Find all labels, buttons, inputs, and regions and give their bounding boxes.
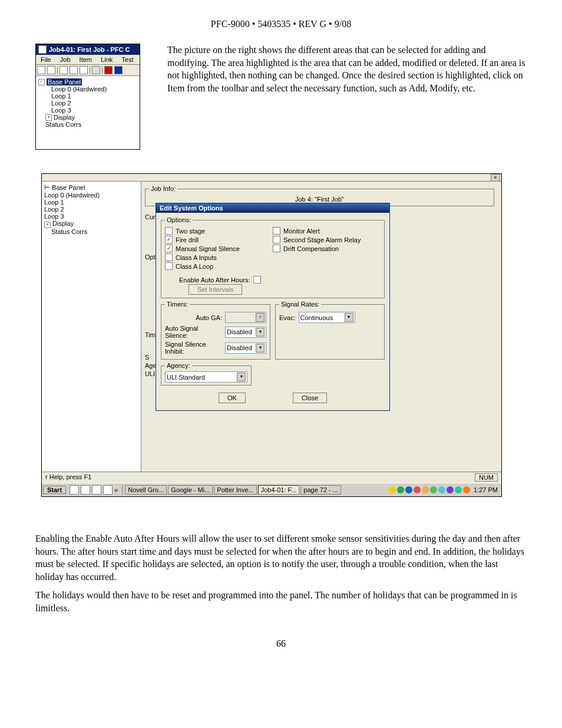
menu-file[interactable]: File	[37, 55, 55, 64]
tree-node-base-panel[interactable]: Base Panel	[47, 78, 82, 85]
cut-icon[interactable]	[59, 66, 68, 74]
chevron-down-icon[interactable]: ▾	[237, 373, 246, 381]
open-icon[interactable]	[47, 66, 55, 74]
tree-node-display[interactable]: Display	[54, 114, 75, 121]
expand-icon[interactable]: +	[45, 114, 52, 121]
print-icon[interactable]	[92, 66, 100, 74]
set-intervals-button: Set Intervals	[189, 284, 242, 295]
tray-icon[interactable]	[397, 486, 404, 493]
toolbar	[36, 65, 140, 76]
tray-icon[interactable]	[447, 486, 454, 493]
paragraph-holidays: The holidays would then have to be reset…	[35, 589, 527, 614]
tree-node-status-corrs[interactable]: Status Corrs	[45, 121, 137, 128]
close-button[interactable]: Close	[293, 393, 327, 403]
expand-icon[interactable]: +	[44, 222, 51, 228]
edit-system-options-dialog: Edit System Options Options: Two stage ✓…	[156, 203, 390, 411]
timers-legend: Timers:	[165, 301, 190, 308]
menu-test[interactable]: Test	[118, 55, 137, 64]
collapse-icon[interactable]: −	[38, 79, 45, 85]
chevron-down-icon[interactable]: ▾	[256, 328, 265, 337]
checkbox-class-a-inputs[interactable]	[165, 253, 173, 261]
menu-item[interactable]: Item	[76, 55, 95, 64]
tree-node-loop1[interactable]: Loop 1	[51, 93, 137, 100]
signal-rates-legend: Signal Rates:	[279, 301, 321, 308]
tray-clock: 1:27 PM	[471, 486, 500, 493]
tray-icon[interactable]	[430, 486, 437, 493]
checkbox-second-stage-alarm-relay[interactable]	[273, 236, 280, 243]
taskbar-task[interactable]: Google - Mi...	[168, 485, 213, 495]
tree-node-display[interactable]: Display	[52, 220, 74, 227]
checkbox-drift-compensation[interactable]	[273, 245, 280, 252]
window-title-text: Job4-01: First Job - PFC C	[49, 46, 130, 53]
tool-red-icon[interactable]	[104, 66, 113, 74]
paste-icon[interactable]	[80, 66, 88, 74]
tray-icon[interactable]	[389, 486, 396, 493]
start-button[interactable]: Start	[43, 486, 66, 494]
label-enable-auto-after-hours: Enable Auto After Hours:	[179, 276, 250, 284]
checkbox-fire-drill[interactable]: ✓	[165, 236, 173, 243]
tree-node-base-panel[interactable]: Base Panel	[52, 184, 85, 191]
checkbox-monitor-alert[interactable]	[273, 227, 280, 235]
label-signal-silence-inhibit: Signal Silence Inhibit:	[165, 341, 222, 355]
dropdown-signal-silence-inhibit[interactable]: Disabled▾	[225, 342, 266, 354]
label-auto-ga: Auto GA:	[196, 314, 222, 321]
tray-icon[interactable]	[463, 486, 470, 493]
checkbox-manual-signal-silence[interactable]: ✓	[165, 245, 173, 252]
tree-node-status-corrs[interactable]: Status Corrs	[51, 228, 138, 235]
ok-button[interactable]: OK	[219, 393, 246, 403]
chevron-down-icon[interactable]: ▾	[256, 344, 265, 353]
taskbar: Start » Novell Gro... Google - Mi... Pot…	[42, 483, 501, 496]
tree-node-loop2[interactable]: Loop 2	[44, 206, 138, 213]
copy-icon[interactable]	[70, 66, 78, 74]
new-icon[interactable]	[37, 66, 45, 74]
checkbox-class-a-loop[interactable]	[165, 262, 173, 270]
label-monitor-alert: Monitor Alert	[283, 228, 320, 235]
close-icon[interactable]: ×	[491, 174, 500, 182]
tree-node-loop0[interactable]: Loop 0 (Hardwired)	[44, 192, 138, 199]
main-tree-view: ⊢ Base Panel Loop 0 (Hardwired) Loop 1 L…	[42, 182, 141, 472]
label-auto-signal-silence: Auto Signal Silence:	[165, 325, 222, 339]
menu-job[interactable]: Job	[57, 55, 74, 64]
dropdown-auto-signal-silence[interactable]: Disabled▾	[225, 327, 266, 338]
label-class-a-loop: Class A Loop	[176, 263, 213, 270]
job-info-legend: Job Info:	[149, 185, 177, 192]
doc-header: PFC-9000 • 5403535 • REV G • 9/08	[35, 19, 527, 29]
tool-blue-icon[interactable]	[114, 66, 123, 74]
tray-icon[interactable]	[438, 486, 445, 493]
tree-node-loop3[interactable]: Loop 3	[51, 107, 137, 114]
taskbar-task[interactable]: Novell Gro...	[125, 485, 167, 495]
tree-node-loop2[interactable]: Loop 2	[51, 100, 137, 107]
dropdown-evac[interactable]: Continuous▾	[299, 312, 355, 323]
system-tray: 1:27 PM	[388, 486, 501, 493]
taskbar-task[interactable]: Potter Inve...	[214, 485, 256, 495]
dropdown-agency[interactable]: ULI Standard▾	[165, 371, 247, 383]
tree-node-loop1[interactable]: Loop 1	[44, 199, 138, 206]
tray-icon[interactable]	[422, 486, 429, 493]
tray-icon[interactable]	[405, 486, 412, 493]
quicklaunch-icon[interactable]	[70, 485, 79, 495]
options-group: Options: Two stage ✓Fire drill ✓Manual S…	[161, 216, 385, 298]
quicklaunch-icon[interactable]	[92, 485, 101, 495]
menubar: File Job Item Link Test	[36, 55, 140, 65]
taskbar-task-active[interactable]: Job4-01: F...	[258, 485, 300, 495]
status-help-text: r Help, press F1	[45, 473, 91, 482]
menu-link[interactable]: Link	[97, 55, 116, 64]
chevron-down-icon[interactable]: ▾	[345, 313, 353, 322]
quicklaunch-more-icon[interactable]: »	[114, 486, 118, 493]
quicklaunch-icon[interactable]	[81, 485, 90, 495]
tray-icon[interactable]	[414, 486, 421, 493]
label-fire-drill: Fire drill	[176, 236, 199, 243]
checkbox-enable-auto-after-hours[interactable]	[253, 276, 261, 284]
timers-group: Timers: Auto GA: ▾ Auto Signal Silence: …	[161, 301, 270, 360]
signal-rates-group: Signal Rates: Evac: Continuous▾	[275, 301, 385, 360]
main-app-window: × ⊢ Base Panel Loop 0 (Hardwired) Loop 1…	[41, 173, 502, 497]
tray-icon[interactable]	[455, 486, 462, 493]
tree-node-loop3[interactable]: Loop 3	[44, 213, 138, 220]
checkbox-two-stage[interactable]	[165, 227, 173, 235]
statusbar: r Help, press F1 NUM	[42, 472, 501, 483]
quicklaunch-icon[interactable]	[103, 485, 113, 495]
tree-node-loop0[interactable]: Loop 0 (Hardwired)	[51, 85, 137, 93]
agency-legend: Agency:	[165, 362, 192, 369]
taskbar-task[interactable]: page 72 - ...	[300, 485, 341, 495]
agency-group: Agency: ULI Standard▾	[161, 362, 252, 386]
